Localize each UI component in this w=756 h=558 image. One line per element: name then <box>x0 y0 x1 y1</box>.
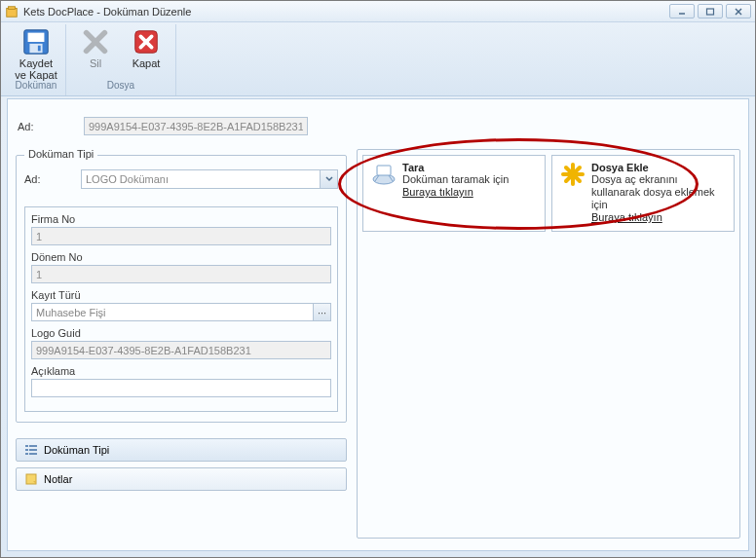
ad-input[interactable] <box>84 117 308 135</box>
scan-title: Tara <box>402 162 537 173</box>
add-file-desc: Dosya aç ekranını kullanarak dosya eklem… <box>591 173 726 211</box>
save-icon <box>21 27 51 56</box>
dokuman-tipi-group: Doküman Tipi Ad: Firma No <box>16 155 347 423</box>
add-file-card: Dosya Ekle Dosya aç ekranını kullanarak … <box>551 155 735 232</box>
svg-rect-17 <box>25 449 28 451</box>
window-title: Kets DocPlace - Doküman Düzenle <box>23 6 669 18</box>
toolbar-group-label-dosya: Dosya <box>107 80 134 91</box>
svg-rect-9 <box>38 46 41 52</box>
note-icon <box>24 472 38 486</box>
minimize-button[interactable] <box>669 4 695 19</box>
scanner-icon <box>371 162 397 187</box>
kayit-turu-label: Kayıt Türü <box>31 289 331 301</box>
groupbox-title: Doküman Tipi <box>24 148 97 160</box>
logo-guid-field: Logo Guid <box>31 327 331 359</box>
tab-dokuman-tipi[interactable]: Doküman Tipi <box>16 438 347 462</box>
svg-rect-18 <box>29 449 37 451</box>
donem-no-input[interactable] <box>31 265 331 283</box>
right-column: Tara Doküman taramak için Buraya tıklayı… <box>357 149 740 539</box>
delete-label: Sil <box>90 57 101 69</box>
kayit-turu-input[interactable] <box>31 303 331 321</box>
titlebar: Kets DocPlace - Doküman Düzenle <box>1 1 755 22</box>
delete-button: Sil <box>72 24 119 79</box>
main-row: Doküman Tipi Ad: Firma No <box>8 149 748 546</box>
aciklama-label: Açıklama <box>31 365 331 377</box>
ad-form-row: Ad: <box>24 169 338 189</box>
donem-no-field: Dönem No <box>31 251 331 283</box>
svg-rect-7 <box>28 33 45 42</box>
app-window: Kets DocPlace - Doküman Düzenle Kaydet v… <box>0 0 756 558</box>
firma-no-input[interactable] <box>31 227 331 245</box>
scan-link[interactable]: Buraya tıklayın <box>402 186 473 198</box>
close-button-toolbar[interactable]: Kapat <box>123 24 170 79</box>
add-file-title: Dosya Ekle <box>591 162 726 173</box>
ad-row: Ad: <box>8 99 748 149</box>
logo-guid-input[interactable] <box>31 341 331 359</box>
close-label: Kapat <box>132 57 161 69</box>
tab-dokuman-tipi-label: Doküman Tipi <box>44 444 109 456</box>
toolbar-group-dokuman: Kaydet ve Kapat Doküman <box>7 24 66 95</box>
svg-rect-23 <box>377 166 391 175</box>
window-controls <box>669 4 751 19</box>
ellipsis-button[interactable]: ··· <box>313 304 330 320</box>
ad-combo[interactable] <box>81 169 338 189</box>
list-icon <box>24 443 38 457</box>
tab-notlar-label: Notlar <box>44 473 72 485</box>
add-file-link[interactable]: Buraya tıklayın <box>591 211 662 223</box>
toolbar-group-label-dokuman: Doküman <box>16 80 57 91</box>
bottom-tabs: Doküman Tipi Notlar <box>16 438 347 491</box>
chevron-down-icon[interactable] <box>320 170 337 188</box>
scan-desc: Doküman taramak için <box>402 173 537 186</box>
delete-icon <box>81 27 110 56</box>
content-area: Ad: Doküman Tipi Ad: <box>7 98 749 551</box>
svg-rect-3 <box>707 9 714 15</box>
maximize-button[interactable] <box>698 4 723 19</box>
left-column: Doküman Tipi Ad: Firma No <box>16 149 347 539</box>
firma-no-field: Firma No <box>31 213 331 245</box>
ribbon-toolbar: Kaydet ve Kapat Doküman Sil Kapat <box>1 22 755 96</box>
scan-card: Tara Doküman taramak için Buraya tıklayı… <box>362 155 546 232</box>
ad-combo-input[interactable] <box>81 169 338 189</box>
ad-form-label: Ad: <box>24 173 63 185</box>
svg-rect-19 <box>25 453 28 455</box>
toolbar-group-dosya: Sil Kapat Dosya <box>66 24 176 95</box>
kayit-turu-field: Kayıt Türü ··· <box>31 289 331 321</box>
firma-no-label: Firma No <box>31 213 331 225</box>
app-icon <box>5 5 19 19</box>
donem-no-label: Dönem No <box>31 251 331 263</box>
aciklama-field: Açıklama <box>31 365 331 397</box>
save-close-button[interactable]: Kaydet ve Kapat <box>13 24 59 79</box>
svg-rect-16 <box>29 445 37 447</box>
close-icon <box>132 27 161 56</box>
svg-rect-20 <box>29 453 37 455</box>
tab-notlar[interactable]: Notlar <box>16 467 347 491</box>
svg-rect-15 <box>25 445 28 447</box>
fields-panel: Firma No Dönem No Kayıt Türü ··· <box>24 206 338 412</box>
ad-label: Ad: <box>18 121 57 132</box>
action-cards: Tara Doküman taramak için Buraya tıklayı… <box>362 155 735 232</box>
close-button[interactable] <box>726 4 751 19</box>
aciklama-input[interactable] <box>31 379 331 397</box>
logo-guid-label: Logo Guid <box>31 327 331 339</box>
svg-rect-1 <box>9 6 16 9</box>
asterisk-icon <box>560 162 586 187</box>
save-close-label: Kaydet ve Kapat <box>15 57 57 81</box>
